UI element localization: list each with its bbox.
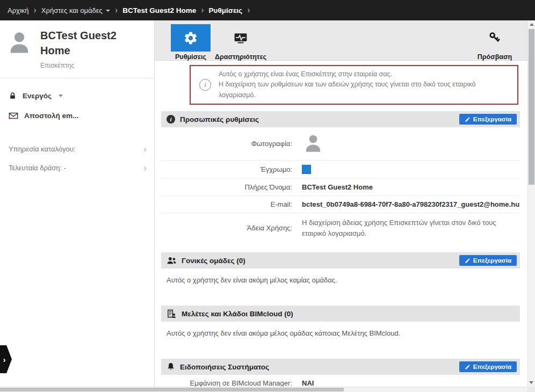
chevron-right-icon: › bbox=[201, 6, 204, 14]
send-email-button[interactable]: Αποστολή em... bbox=[0, 106, 154, 126]
horizontal-scrollbar[interactable] bbox=[0, 387, 527, 392]
scrollbar-corner bbox=[527, 387, 535, 392]
section-parent-groups: Γονικές ομάδες (0) Επεξεργασία Αυτός ο χ… bbox=[161, 252, 520, 296]
chevron-right-icon: › bbox=[34, 6, 37, 14]
breadcrumb-home[interactable]: Αρχική bbox=[8, 6, 29, 14]
status-dropdown[interactable]: Ενεργός bbox=[0, 86, 154, 106]
breadcrumb: Αρχική › Χρήστες και ομάδες › BCTest Gue… bbox=[0, 0, 535, 20]
chevron-right-icon: › bbox=[143, 163, 147, 172]
field-row-color: Έγχρωμο: bbox=[161, 161, 520, 179]
color-label: Έγχρωμο: bbox=[161, 165, 302, 173]
edit-notifications-label: Επεξεργασία bbox=[473, 364, 511, 370]
chevron-down-icon bbox=[106, 10, 110, 12]
horizontal-scrollbar-thumb[interactable] bbox=[0, 388, 344, 391]
edit-groups-button[interactable]: Επεξεργασία bbox=[459, 255, 517, 266]
chevron-down-icon bbox=[59, 95, 63, 97]
panel-expander-handle[interactable]: › bbox=[0, 345, 12, 373]
settings-content: i Αυτός ο χρήστης είναι ένας Επισκέπτης … bbox=[155, 61, 527, 387]
guest-info-banner: i Αυτός ο χρήστης είναι ένας Επισκέπτης … bbox=[190, 65, 518, 105]
section-header-notifications: Ειδοποιήσεις Συστήματος Επεξεργασία bbox=[161, 359, 520, 375]
email-value: bctest_0b0749a8-6984-70f7-8a80-a798230f2… bbox=[302, 200, 519, 208]
edit-groups-label: Επεξεργασία bbox=[473, 257, 511, 264]
gear-icon bbox=[171, 24, 211, 52]
field-row-photo: Φωτογραφία: bbox=[161, 127, 520, 161]
bimcloud-manager-window: Αρχική › Χρήστες και ομάδες › BCTest Gue… bbox=[0, 0, 535, 392]
sidebar-user-name: BCTest Guest2 Home bbox=[40, 28, 148, 58]
section-personal-settings: i Προσωπικές ρυθμίσεις Επεξεργασία Φωτογ… bbox=[161, 111, 520, 243]
edit-personal-button[interactable]: Επεξεργασία bbox=[459, 114, 517, 125]
section-projects: Μελέτες και Κλάδοι BIMcloud (0) Αυτός ο … bbox=[161, 306, 520, 349]
license-value: Η διαχείριση άδειας χρήσης Επισκεπτών γί… bbox=[302, 217, 520, 238]
send-email-label: Αποστολή em... bbox=[24, 112, 78, 120]
user-avatar bbox=[5, 28, 33, 56]
directory-service-label: Υπηρεσία καταλόγου: bbox=[9, 145, 75, 153]
sidebar: BCTest Guest2 Home Επισκέπτης Ενεργός Απ… bbox=[0, 20, 155, 387]
section-title-projects: Μελέτες και Κλάδοι BIMcloud (0) bbox=[182, 310, 293, 318]
tab-activities[interactable]: Δραστηριότητες bbox=[215, 24, 266, 61]
breadcrumb-users-groups[interactable]: Χρήστες και ομάδες bbox=[41, 6, 110, 14]
email-label: E-mail: bbox=[161, 200, 302, 208]
groups-empty-text: Αυτός ο χρήστης δεν είναι ακόμη μέλος κα… bbox=[161, 268, 520, 296]
breadcrumb-user[interactable]: BCTest Guest2 Home bbox=[122, 6, 196, 14]
tab-settings[interactable]: Ρυθμίσεις bbox=[171, 24, 211, 61]
breadcrumb-settings[interactable]: Ρυθμίσεις bbox=[209, 6, 243, 14]
field-row-license: Άδεια Χρήσης: Η διαχείριση άδειας χρήσης… bbox=[161, 213, 520, 243]
tab-access-label: Πρόσβαση bbox=[478, 53, 512, 61]
project-roles-icon bbox=[167, 309, 177, 318]
scroll-down-arrow[interactable] bbox=[529, 381, 533, 384]
section-title-parent-groups: Γονικές ομάδες (0) bbox=[182, 257, 245, 265]
license-label: Άδεια Χρήσης: bbox=[161, 224, 302, 232]
display-manager-label: Εμφάνιση σε BIMcloud Manager: bbox=[161, 379, 302, 387]
section-header-parent-groups: Γονικές ομάδες (0) Επεξεργασία bbox=[161, 252, 520, 268]
chevron-right-icon: › bbox=[143, 144, 147, 154]
activity-monitor-icon bbox=[221, 24, 261, 52]
key-icon bbox=[475, 24, 515, 52]
sidebar-header: BCTest Guest2 Home Επισκέπτης bbox=[0, 20, 154, 69]
divider bbox=[0, 78, 154, 78]
section-header-projects: Μελέτες και Κλάδοι BIMcloud (0) bbox=[161, 306, 520, 322]
photo-label: Φωτογραφία: bbox=[161, 140, 302, 148]
status-label: Ενεργός bbox=[23, 92, 52, 100]
full-name-value: BCTest Guest2 Home bbox=[302, 183, 373, 191]
directory-service-row[interactable]: Υπηρεσία καταλόγου: › bbox=[0, 140, 154, 158]
projects-empty-text: Αυτός ο χρήστης δεν είναι ακόμα μέλος ομ… bbox=[161, 322, 520, 349]
info-icon: i bbox=[199, 79, 211, 91]
pencil-icon bbox=[465, 364, 471, 370]
tab-bar: Ρυθμίσεις Δραστηριότητες Πρόσβαση bbox=[155, 20, 527, 61]
vertical-scrollbar[interactable] bbox=[527, 20, 535, 387]
color-swatch bbox=[302, 165, 311, 174]
guest-info-text: Αυτός ο χρήστης είναι ένας Επισκέπτης στ… bbox=[219, 69, 509, 100]
breadcrumb-users-groups-label: Χρήστες και ομάδες bbox=[41, 6, 103, 14]
guest-info-line1: Αυτός ο χρήστης είναι ένας Επισκέπτης στ… bbox=[219, 69, 509, 79]
envelope-icon bbox=[9, 112, 18, 120]
section-notifications: Ειδοποιήσεις Συστήματος Επεξεργασία Εμφά… bbox=[161, 359, 520, 387]
field-row-email: E-mail: bctest_0b0749a8-6984-70f7-8a80-a… bbox=[161, 196, 520, 213]
chevron-right-icon: › bbox=[247, 6, 250, 14]
section-header-personal: i Προσωπικές ρυθμίσεις Επεξεργασία bbox=[161, 111, 520, 127]
tab-access[interactable]: Πρόσβαση bbox=[475, 24, 515, 61]
main-panel: Ρυθμίσεις Δραστηριότητες Πρόσβαση i bbox=[155, 20, 527, 387]
group-icon bbox=[167, 256, 177, 265]
display-manager-value: ΝΑΙ bbox=[302, 379, 314, 387]
user-photo bbox=[302, 132, 324, 154]
scroll-up-arrow[interactable] bbox=[530, 23, 534, 26]
tab-settings-label: Ρυθμίσεις bbox=[175, 53, 206, 61]
pencil-icon bbox=[465, 117, 471, 122]
sidebar-user-role: Επισκέπτης bbox=[40, 62, 148, 69]
guest-info-line2: Η διαχείριση των ρυθμίσεων και των αδειώ… bbox=[219, 79, 509, 100]
last-action-label: Τελευταία δράση: - bbox=[9, 164, 66, 172]
edit-notifications-button[interactable]: Επεξεργασία bbox=[459, 361, 517, 372]
last-action-row[interactable]: Τελευταία δράση: - › bbox=[0, 158, 154, 177]
lock-icon bbox=[9, 92, 17, 100]
chevron-right-icon: › bbox=[115, 6, 118, 14]
edit-personal-label: Επεξεργασία bbox=[473, 116, 511, 122]
field-row-full-name: Πλήρες Όνομα: BCTest Guest2 Home bbox=[161, 179, 520, 196]
section-title-notifications: Ειδοποιήσεις Συστήματος bbox=[180, 363, 269, 371]
vertical-scrollbar-thumb[interactable] bbox=[529, 29, 534, 185]
tab-activities-label: Δραστηριότητες bbox=[215, 53, 266, 61]
bell-icon bbox=[167, 362, 175, 372]
field-row-display-manager: Εμφάνιση σε BIMcloud Manager: ΝΑΙ bbox=[161, 375, 520, 387]
full-name-label: Πλήρες Όνομα: bbox=[161, 183, 302, 191]
section-title-personal: Προσωπικές ρυθμίσεις bbox=[180, 115, 259, 124]
info-icon: i bbox=[167, 115, 175, 124]
